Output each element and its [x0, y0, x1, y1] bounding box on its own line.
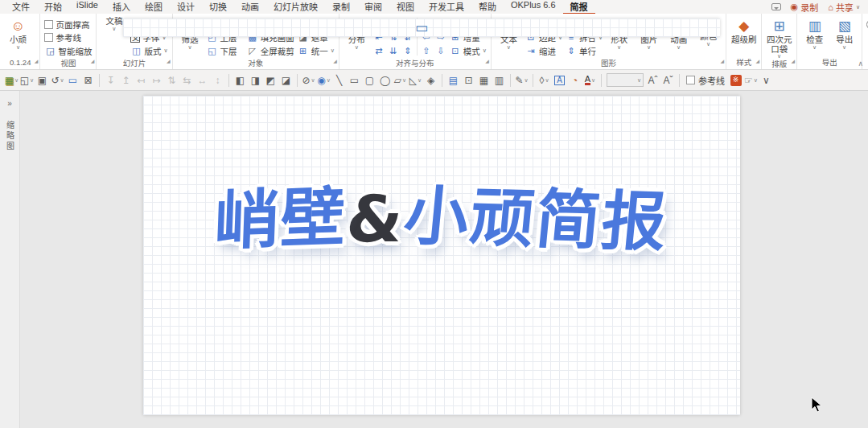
collapse-ribbon-icon[interactable]: ∧ — [858, 60, 863, 68]
dialog-launcher-icon[interactable]: ◢ — [721, 56, 725, 67]
freeform-icon[interactable]: ◺∨ — [408, 72, 423, 88]
comments-icon[interactable] — [771, 3, 781, 10]
save-icon[interactable]: ▣ — [35, 72, 50, 88]
move-down-icon[interactable]: ⇩ — [435, 44, 446, 58]
menu-tab-开始[interactable]: 开始 — [37, 0, 69, 14]
menu-tab-幻灯片放映[interactable]: 幻灯片放映 — [266, 0, 325, 14]
oval-icon[interactable]: ◯ — [377, 72, 393, 88]
menu-tab-视图[interactable]: 视图 — [389, 0, 422, 14]
menu-tab-文件[interactable]: 文件 — [5, 0, 37, 14]
boolean-ops-icon[interactable]: ⊘∨ — [301, 72, 316, 88]
menu-tab-绘图[interactable]: 绘图 — [138, 0, 170, 14]
dialog-launcher-icon[interactable]: ◢ — [91, 56, 95, 67]
rounded-rectangle-icon[interactable]: ▢ — [362, 72, 377, 88]
align-top-icon[interactable]: ↥ — [118, 72, 134, 88]
guides-checkbox-box[interactable] — [44, 33, 53, 42]
menu-tab-OKPlus 6.6[interactable]: OKPlus 6.6 — [504, 0, 563, 14]
font-size-combo[interactable]: ∨ — [607, 73, 644, 87]
distribute-v-icon[interactable]: ↕ — [210, 72, 225, 88]
menu-tab-插入[interactable]: 插入 — [105, 0, 138, 14]
click-through-icon[interactable]: ☞∨ — [743, 72, 759, 88]
menu-tab-切换[interactable]: 切换 — [202, 0, 234, 14]
menu-tab-设计[interactable]: 设计 — [170, 0, 202, 14]
red-plugin-icon[interactable]: ※ — [728, 72, 743, 88]
shrink-font-icon[interactable]: Aˇ — [660, 72, 676, 88]
page-stretch-checkbox[interactable]: 页面撑高 — [44, 18, 92, 31]
line-icon[interactable]: ╲ — [331, 72, 347, 88]
indent-button[interactable]: ⇥缩进 — [525, 44, 562, 58]
unify-button[interactable]: ⊞统一∨ — [298, 44, 335, 58]
align-bottom-icon[interactable]: ⇊ — [388, 44, 399, 58]
shapes-gallery-icon[interactable]: ▱∨ — [393, 72, 408, 88]
single-line-button[interactable]: ⇕单行 — [566, 44, 603, 58]
dialog-launcher-icon[interactable]: ◢ — [35, 56, 39, 67]
save-as-icon[interactable]: ◱∨ — [19, 72, 35, 88]
text-box-icon[interactable]: A — [552, 72, 567, 88]
dialog-launcher-icon[interactable]: ◢ — [485, 56, 489, 67]
page-stretch-checkbox-box[interactable] — [44, 20, 53, 29]
chevron-down-icon: ∨ — [355, 45, 359, 50]
share-button[interactable]: ⌂ 共享 ∨ — [828, 1, 860, 14]
quick-color-icon[interactable]: ▦∨ — [4, 72, 19, 88]
guides-checkbox-box[interactable] — [686, 76, 695, 84]
overflow-icon[interactable]: ∨ — [759, 72, 774, 88]
check-button[interactable]: ▥检查∨ — [800, 15, 829, 50]
dialog-launcher-icon[interactable]: ◢ — [792, 56, 796, 67]
move-up-icon[interactable]: ⇧ — [421, 44, 432, 58]
4d-pocket-button[interactable]: ⊞四次元口袋∨ — [764, 15, 794, 59]
menu-tab-录制[interactable]: 录制 — [325, 0, 357, 14]
picture-fill-icon[interactable]: ▦ — [476, 72, 492, 88]
fullscreen-crop-button[interactable]: ◸全屏裁剪 — [247, 44, 294, 58]
align-center-icon[interactable]: ⇅ — [164, 72, 179, 88]
guides-checkbox[interactable]: 参考线 — [686, 74, 725, 87]
undo-icon[interactable]: ↺∨ — [50, 72, 65, 88]
color-wheel-icon[interactable]: ◔ — [567, 72, 582, 88]
fill-color-icon[interactable]: ◊∨ — [537, 72, 552, 88]
record-button[interactable]: ◉ 录制 — [791, 1, 819, 14]
xiaowan-button[interactable]: ☺小顽∨ — [3, 15, 33, 50]
thumbnail-panel-collapsed[interactable]: » 缩略图 — [0, 91, 20, 428]
mode-button[interactable]: ⊡模式∨ — [450, 44, 487, 58]
align-equalize-icon[interactable]: ⇕ — [402, 44, 413, 58]
slide-canvas[interactable]: 峭壁&小顽简报 — [143, 96, 740, 415]
merge-shapes-icon[interactable]: ◉∨ — [316, 72, 331, 88]
font-color-icon[interactable]: A∨ — [582, 72, 598, 88]
distribute-h-icon[interactable]: ↔ — [195, 72, 210, 88]
align-left-icon[interactable]: ↤ — [134, 72, 149, 88]
close-icon[interactable]: ⊠ — [80, 72, 96, 88]
align-right-icon[interactable]: ↦ — [149, 72, 164, 88]
dialog-launcher-icon[interactable]: ◢ — [756, 56, 760, 67]
align-bottom-icon[interactable]: ↧ — [103, 72, 118, 88]
menu-tab-审阅[interactable]: 审阅 — [357, 0, 389, 14]
pen-edit-icon[interactable]: ✎∨ — [514, 72, 529, 88]
send-backward-button[interactable]: ◱下层 — [207, 44, 244, 58]
grow-font-icon[interactable]: Aˆ — [645, 72, 660, 88]
menu-tab-动画[interactable]: 动画 — [234, 0, 266, 14]
guides-checkbox[interactable]: 参考线 — [44, 31, 92, 45]
group-icon[interactable]: ◧ — [232, 72, 248, 88]
picture-icon[interactable]: ▤ — [446, 72, 461, 88]
rectangle-icon[interactable]: ▭ — [347, 72, 362, 88]
menu-tab-简报[interactable]: 简报 — [563, 0, 595, 14]
document-button[interactable]: ▭文稿∨ — [99, 15, 129, 31]
export-button[interactable]: ▧导出∨ — [829, 15, 859, 50]
format-painter-icon[interactable]: ◈ — [423, 72, 438, 88]
menu-tab-帮助[interactable]: 帮助 — [471, 0, 504, 14]
smart-zoom-button[interactable]: ◲智能缩放 — [44, 44, 92, 58]
regroup-icon[interactable]: ◩ — [263, 72, 278, 88]
arrange-icon[interactable]: ◪ — [278, 72, 294, 88]
dialog-launcher-icon[interactable]: ◢ — [167, 56, 171, 67]
align-middle-icon[interactable]: ⇆ — [179, 72, 195, 88]
distribute-h-icon[interactable]: ⇄ — [373, 44, 385, 58]
slide-title-text[interactable]: 峭壁&小顽简报 — [140, 167, 743, 260]
menu-tab-iSlide[interactable]: iSlide — [69, 0, 105, 14]
dialog-launcher-icon[interactable]: ◢ — [333, 56, 337, 67]
crop-icon[interactable]: ⊡ — [461, 72, 476, 88]
play-slide-icon[interactable]: ▭ — [65, 72, 80, 88]
ungroup-icon[interactable]: ◨ — [248, 72, 263, 88]
layout-button[interactable]: ◫版式∨ — [130, 44, 167, 58]
picture-export-icon[interactable]: ▥ — [492, 72, 507, 88]
menu-tab-开发工具[interactable]: 开发工具 — [422, 0, 471, 14]
super-brush-button[interactable]: ◆超级刷 — [729, 15, 759, 45]
expand-panel-icon[interactable]: » — [7, 99, 12, 108]
